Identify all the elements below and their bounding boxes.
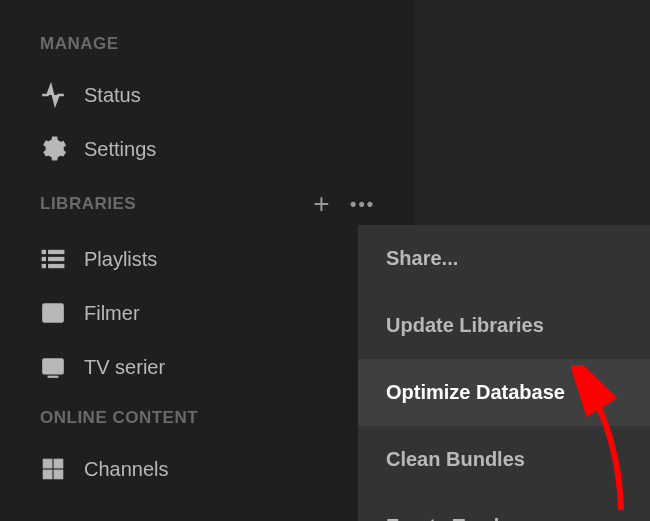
sidebar-item-label: Filmer	[84, 302, 140, 325]
sidebar-item-label: Status	[84, 84, 141, 107]
menu-item-optimize-database[interactable]: Optimize Database	[358, 359, 650, 426]
film-icon	[40, 300, 66, 326]
menu-item-empty-trash[interactable]: Empty Trash	[358, 493, 650, 521]
svg-rect-2	[42, 257, 45, 260]
menu-item-label: Clean Bundles	[386, 448, 525, 470]
sidebar-item-label: Playlists	[84, 248, 157, 271]
svg-rect-1	[49, 250, 64, 253]
tv-icon	[40, 354, 66, 380]
playlist-icon	[40, 246, 66, 272]
section-header-label: MANAGE	[40, 34, 119, 54]
libraries-context-menu: Share... Update Libraries Optimize Datab…	[358, 225, 650, 521]
svg-rect-3	[49, 257, 64, 260]
svg-rect-5	[49, 264, 64, 267]
svg-rect-18	[54, 459, 63, 468]
sidebar-item-label: Channels	[84, 458, 169, 481]
section-header-label: ONLINE CONTENT	[40, 408, 198, 428]
sidebar-item-channels[interactable]: Channels	[0, 442, 415, 496]
section-header-manage: MANAGE	[0, 20, 415, 68]
sidebar-item-label: TV serier	[84, 356, 165, 379]
sidebar-item-playlists[interactable]: Playlists	[0, 232, 415, 286]
menu-item-label: Empty Trash	[386, 515, 506, 521]
grid-icon	[40, 456, 66, 482]
menu-item-clean-bundles[interactable]: Clean Bundles	[358, 426, 650, 493]
svg-rect-19	[43, 470, 52, 479]
sidebar-item-filmer[interactable]: Filmer	[0, 286, 415, 340]
libraries-actions: + •••	[313, 190, 375, 218]
activity-icon	[40, 82, 66, 108]
sidebar-item-tvserier[interactable]: TV serier	[0, 340, 415, 394]
svg-rect-20	[54, 470, 63, 479]
plus-icon[interactable]: +	[313, 190, 330, 218]
svg-rect-17	[43, 459, 52, 468]
menu-item-share[interactable]: Share...	[358, 225, 650, 292]
more-icon[interactable]: •••	[350, 194, 375, 215]
sidebar: MANAGE Status Settings LIBRARIES + ••• P…	[0, 0, 415, 521]
sidebar-item-settings[interactable]: Settings	[0, 122, 415, 176]
menu-item-label: Update Libraries	[386, 314, 544, 336]
section-header-label: LIBRARIES	[40, 194, 136, 214]
menu-item-label: Share...	[386, 247, 458, 269]
svg-rect-4	[42, 264, 45, 267]
sidebar-item-label: Settings	[84, 138, 156, 161]
svg-rect-15	[43, 359, 63, 373]
svg-rect-0	[42, 250, 45, 253]
section-header-libraries: LIBRARIES + •••	[0, 176, 415, 232]
sidebar-item-status[interactable]: Status	[0, 68, 415, 122]
gear-icon	[40, 136, 66, 162]
section-header-online: ONLINE CONTENT	[0, 394, 415, 442]
menu-item-update-libraries[interactable]: Update Libraries	[358, 292, 650, 359]
menu-item-label: Optimize Database	[386, 381, 565, 403]
